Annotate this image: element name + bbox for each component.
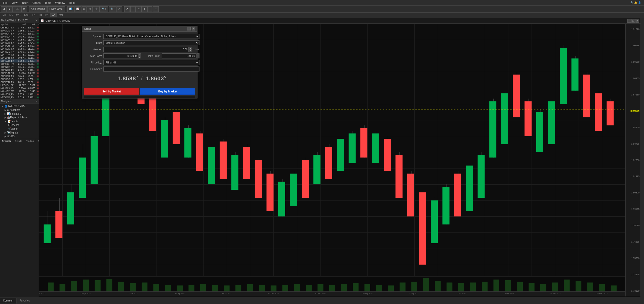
order-symbol-select[interactable]: GBPAUD_FX, Great Britain Pound Vs. Austr… [103,34,199,39]
toolbar-draw-1[interactable]: ↗ [124,6,130,12]
chart-maximize-btn[interactable]: □ [631,19,635,23]
nav-item-accounts[interactable]: ▶ 🗂 Accounts [1,108,38,112]
menu-window[interactable]: Window [53,0,67,6]
sl-spin-down[interactable]: ▼ [138,56,141,58]
market-watch-row[interactable]: NOKJPY_FX 12.850 12.948 -0.28% [0,90,39,93]
toolbar-forward-btn[interactable]: ▶ [7,6,13,12]
toolbar-refresh-btn[interactable]: ⟳ [21,6,27,12]
market-watch-row[interactable]: GBPPLN_FX 5.1304 5.2288 -0.21% [0,72,39,75]
volume-spin-down[interactable]: ▼ [189,49,192,52]
chart-close-btn[interactable]: ✕ [635,19,639,23]
toolbar-chart-btn-2[interactable]: 📈 [74,6,81,12]
tf-w1[interactable]: W1 [50,13,57,17]
order-volume-input[interactable] [103,47,189,52]
market-watch-row[interactable]: EURNOK_FX 11.50... 11.74... 0.59% [0,38,39,41]
toolbar-back-btn[interactable]: ◀ [1,6,7,12]
market-watch-row[interactable]: GBPZAR_FX 23.19... 23.56... -0.65% [0,81,39,84]
navigator-close-btn[interactable]: ✕ [35,99,38,103]
menu-charts[interactable]: Charts [30,0,43,6]
market-watch-row[interactable]: GBPSGD_FX 1.672... 1.707... 0.35% [0,78,39,81]
nav-item-experts[interactable]: ▶ 🤖 Expert Advisors [1,116,38,119]
nav-item-market[interactable]: 🛒 Market [1,127,38,131]
toolbar-zoom-fit[interactable]: ⤢ [116,6,122,12]
nav-arrow-indicators: ▶ [5,113,6,115]
svg-rect-123 [329,285,335,291]
tp-spin-down[interactable]: ▼ [196,56,199,58]
tf-m15[interactable]: M15 [15,13,22,17]
order-sl-input[interactable] [103,53,138,58]
menu-tools[interactable]: Tools [43,0,53,6]
bottom-tab-common[interactable]: Common [0,298,17,303]
toolbar-algo-btn[interactable]: Algo Trading [29,6,47,12]
right-scrollbar[interactable] [641,18,644,304]
bottom-tab-favorites[interactable]: Favorites [17,298,33,303]
market-watch-row[interactable]: CHFHUF_FX 377.0... 378.3... -0.28% [0,26,39,29]
toolbar-chart-btn-1[interactable]: 📊 [67,6,74,12]
market-watch-row[interactable]: EURSGD_FX 1.436... 1.458... 0.33% [0,50,39,53]
toolbar-chart-btn-4[interactable]: ⊞ [87,6,93,12]
nav-item-vps[interactable]: ▶ 🖥 VPS [1,134,38,138]
toolbar-chart-btn-5[interactable]: ➕ [93,6,100,12]
market-watch-row[interactable]: GBPSEK_FX 13.40... 13.69... -0.10% [0,75,39,78]
order-dialog-minimize[interactable]: ─ [187,27,191,30]
market-watch-close-btn[interactable]: ✕ [35,19,38,22]
toolbar-draw-5[interactable]: T [147,6,152,12]
tf-m30[interactable]: M30 [23,13,30,17]
nav-tab-details[interactable]: Details [13,139,24,143]
menu-view[interactable]: View [10,0,20,6]
tf-m1[interactable]: M1 [1,13,8,17]
market-watch-row[interactable]: EURZAR_FX 19.87... 20.16... -0.41% [0,56,39,59]
tp-spin-up[interactable]: ▲ [196,53,199,56]
market-watch-row[interactable]: EURNZD_FX 1.753... 1.754... 0.10% [0,41,39,44]
market-watch-row[interactable]: NOKDKK_FX 0.6244 0.6575 -0.45% [0,87,39,90]
market-watch-row[interactable]: EURSEK_FX 11.54... 11.66... -0.24% [0,47,39,50]
nav-item-signals[interactable]: ▶ 📡 Signals [1,131,38,134]
order-fillpolicy-select[interactable]: Fill or Kill [103,60,199,65]
market-watch-row[interactable]: GBPNOK_FX 13.46... 13.68... 0.45% [0,65,39,69]
nav-tab-trading[interactable]: Trading [24,139,36,143]
toolbar-draw-4[interactable]: ⌇ [142,6,147,12]
tf-d1[interactable]: D1 [44,13,50,17]
chart-minimize-btn[interactable]: ─ [627,19,631,23]
nav-item-services[interactable]: ⚙ Services [1,123,38,127]
order-tp-input[interactable] [162,53,196,58]
svg-rect-109 [165,285,171,291]
market-watch-row[interactable]: NZDCAD_FX 0.818... 0.819... 0.32% [0,96,39,99]
market-watch-row[interactable]: GBPNZD_FX 2.047... 2.048... -0.04% [0,69,39,72]
toolbar-ide-btn[interactable]: IDE [13,6,21,12]
market-watch-row[interactable]: EURAUD_FX 1.592... 1.592... -0.06% [0,29,39,32]
toolbar-chart-btn-3[interactable]: ≡ [82,6,87,12]
nav-item-indicators[interactable]: ▶ 📊 Indicators [1,112,38,116]
sl-spin-up[interactable]: ▲ [138,53,141,56]
market-watch-row[interactable]: GBPAUD_FX 1.858... 1.860... -0.12% [0,59,39,62]
market-watch-row[interactable]: GBPMXN_FX 21.31... 22.00... 0.19% [0,62,39,65]
market-watch-row[interactable]: EURTRY_FX 24.43... 25.59... -0.14% [0,53,39,56]
toolbar-neworder-btn[interactable]: + New Order [47,6,65,12]
tf-h1[interactable]: H1 [31,13,37,17]
menu-insert[interactable]: Insert [19,0,30,6]
nav-item-account[interactable]: ▼ 👤 AAATrade MT5 [1,104,38,108]
volume-spin-up[interactable]: ▲ [189,47,192,49]
tf-h4[interactable]: H4 [37,13,44,17]
market-watch-row[interactable]: EURHUF_FX 367.5... 368.1... 0.05% [0,32,39,35]
tf-mn[interactable]: MN [57,13,64,17]
sell-by-market-button[interactable]: Sell by Market [84,88,139,95]
market-watch-row[interactable]: EURPLN_FX 4.391... 4.479... -0.06% [0,44,39,47]
toolbar-draw-3[interactable]: ✏ [136,6,142,12]
menu-help[interactable]: Help [67,0,77,6]
order-comment-input[interactable] [103,66,199,72]
toolbar-draw-6[interactable]: ⬚ [153,6,159,12]
order-dialog-close[interactable]: ✕ [192,27,195,30]
toolbar-draw-2[interactable]: ─ [130,6,136,12]
toolbar-zoom-out[interactable]: 🔍- [109,6,116,12]
nav-item-scripts[interactable]: ▼ 📝 Scripts [1,119,38,123]
market-watch-row[interactable]: EURMXN_FX 18.39... 18.87... 0.39% [0,35,39,38]
market-watch-row[interactable]: HKDJPY_FX 17.607 17.901 -0.10% [0,84,39,87]
nav-tab-symbols[interactable]: Symbols [0,139,13,143]
buy-by-market-button[interactable]: Buy by Market [140,88,195,95]
market-watch-row[interactable]: NOKSEK_FX 0.979... 1.016... -0.76% [0,93,39,96]
menu-file[interactable]: File [1,0,10,6]
order-type-select[interactable]: Market Execution [103,40,199,45]
toolbar-zoom-in[interactable]: 🔍+ [100,6,108,12]
tf-m5[interactable]: M5 [8,13,14,17]
